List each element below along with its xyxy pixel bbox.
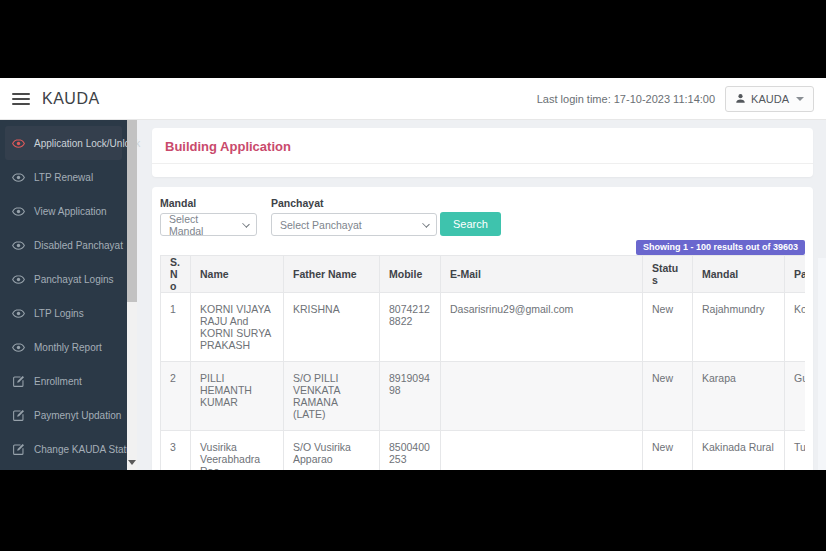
- scrollbar-thumb[interactable]: [127, 120, 137, 302]
- panchayat-label: Panchayat: [271, 197, 437, 209]
- search-button[interactable]: Search: [440, 212, 501, 236]
- sidebar-item-label: Change KAUDA Status: [34, 444, 137, 455]
- cell-panchayat: Kol: [785, 293, 806, 362]
- sidebar-item-change-kauda-status[interactable]: Change KAUDA Status: [5, 432, 122, 466]
- cell-name: KORNI VIJAYA RAJU And KORNI SURYA PRAKAS…: [191, 293, 284, 362]
- main-content: Building Application Mandal Select Manda…: [137, 120, 826, 470]
- col-sno: S.No: [161, 256, 191, 293]
- cell-mobile: 80742128822: [380, 293, 441, 362]
- page-title: Building Application: [152, 128, 813, 163]
- col-father-name: Father Name: [284, 256, 380, 293]
- chevron-down-icon: [242, 220, 250, 228]
- cell-sno: 2: [161, 362, 191, 431]
- cell-mandal: Rajahmundry: [693, 293, 785, 362]
- mandal-label: Mandal: [160, 197, 257, 209]
- panchayat-select[interactable]: Select Panchayat: [271, 213, 437, 236]
- app-window: KAUDA Last login time: 17-10-2023 11:14:…: [0, 78, 826, 470]
- results-badge-row: Showing 1 - 100 results out of 39603: [160, 236, 805, 251]
- col-email: E-Mail: [441, 256, 643, 293]
- sidebar-item-enrollment[interactable]: Enrollment: [5, 364, 122, 398]
- table-row: 3 Vusirika Veerabhadra Rao S/O Vusirika …: [161, 431, 806, 471]
- eye-icon: [12, 171, 25, 184]
- sidebar-item-label: Panchayat Logins: [34, 274, 114, 285]
- panchayat-select-value: Select Panchayat: [280, 219, 362, 231]
- col-mobile: Mobile: [380, 256, 441, 293]
- cell-mobile: 891909498: [380, 362, 441, 431]
- cell-panchayat: Tur: [785, 431, 806, 471]
- cell-sno: 3: [161, 431, 191, 471]
- sidebar-item-label: Monthly Report: [34, 342, 102, 353]
- table-row: 1 KORNI VIJAYA RAJU And KORNI SURYA PRAK…: [161, 293, 806, 362]
- edit-icon: [12, 409, 25, 422]
- sidebar-item-label: Paymenyt Updation: [34, 410, 121, 421]
- sidebar-item-ltp-logins[interactable]: LTP Logins: [5, 296, 122, 330]
- sidebar: Application Lock/Unlock LTP Renewal View…: [0, 120, 127, 470]
- cell-email: [441, 362, 643, 431]
- results-card: Mandal Select Mandal Panchayat Select Pa…: [152, 187, 813, 470]
- sidebar-item-label: Disabled Panchayat: [34, 240, 123, 251]
- results-table-wrap: S.No Name Father Name Mobile E-Mail Stat…: [160, 255, 805, 470]
- cell-status: New: [643, 293, 693, 362]
- sidebar-item-paymenyt-updation[interactable]: Paymenyt Updation: [5, 398, 122, 432]
- cell-email: [441, 431, 643, 471]
- sidebar-item-panchayat-logins[interactable]: Panchayat Logins: [5, 262, 122, 296]
- cell-panchayat: Gur: [785, 362, 806, 431]
- sidebar-item-label: LTP Logins: [34, 308, 84, 319]
- table-row: 2 PILLI HEMANTH KUMAR S/O PILLI VENKATA …: [161, 362, 806, 431]
- col-name: Name: [191, 256, 284, 293]
- header-right: Last login time: 17-10-2023 11:14:00 KAU…: [537, 86, 814, 112]
- sidebar-item-label: Application Lock/Unlock: [34, 138, 140, 149]
- col-mandal: Mandal: [693, 256, 785, 293]
- results-count-badge: Showing 1 - 100 results out of 39603: [636, 240, 805, 255]
- col-status: Status: [643, 256, 693, 293]
- table-header-row: S.No Name Father Name Mobile E-Mail Stat…: [161, 256, 806, 293]
- col-panchayat: Pan: [785, 256, 806, 293]
- brand-title: KAUDA: [42, 90, 100, 108]
- results-table: S.No Name Father Name Mobile E-Mail Stat…: [160, 255, 805, 470]
- page-title-card: Building Application: [152, 128, 813, 177]
- top-header: KAUDA Last login time: 17-10-2023 11:14:…: [0, 78, 826, 120]
- eye-icon: [12, 205, 25, 218]
- cell-father-name: S/O Vusirika Apparao: [284, 431, 380, 471]
- sidebar-item-label: View Application: [34, 206, 107, 217]
- cell-name: PILLI HEMANTH KUMAR: [191, 362, 284, 431]
- user-menu-button[interactable]: KAUDA: [725, 86, 814, 112]
- panchayat-filter: Panchayat Select Panchayat: [271, 197, 437, 236]
- mandal-filter: Mandal Select Mandal: [160, 197, 257, 236]
- sidebar-item-monthly-report[interactable]: Monthly Report: [5, 330, 122, 364]
- screen: KAUDA Last login time: 17-10-2023 11:14:…: [0, 0, 826, 551]
- edit-icon: [12, 443, 25, 456]
- chevron-down-icon: [422, 220, 430, 228]
- user-menu-label: KAUDA: [751, 93, 789, 105]
- eye-icon: [12, 239, 25, 252]
- sidebar-item-disabled-panchayat[interactable]: Disabled Panchayat: [5, 228, 122, 262]
- cell-email: Dasarisrinu29@gmail.com: [441, 293, 643, 362]
- mandal-select[interactable]: Select Mandal: [160, 213, 257, 236]
- sidebar-scrollbar[interactable]: [127, 120, 137, 470]
- cell-father-name: S/O PILLI VENKATA RAMANA (LATE): [284, 362, 380, 431]
- edit-icon: [12, 375, 25, 388]
- sidebar-item-application-lock-unlock[interactable]: Application Lock/Unlock: [5, 126, 122, 160]
- cell-mandal: Kakinada Rural: [693, 431, 785, 471]
- menu-toggle-icon[interactable]: [12, 93, 30, 105]
- eye-icon: [12, 137, 25, 150]
- chevron-down-icon: [796, 97, 804, 101]
- scroll-down-arrow-icon[interactable]: [128, 460, 136, 465]
- eye-icon: [12, 273, 25, 286]
- page-scrollbar[interactable]: [818, 258, 826, 470]
- cell-status: New: [643, 362, 693, 431]
- cell-mobile: 8500400253: [380, 431, 441, 471]
- mandal-select-value: Select Mandal: [169, 213, 234, 237]
- cell-name: Vusirika Veerabhadra Rao: [191, 431, 284, 471]
- eye-icon: [12, 307, 25, 320]
- cell-status: New: [643, 431, 693, 471]
- cell-sno: 1: [161, 293, 191, 362]
- last-login-text: Last login time: 17-10-2023 11:14:00: [537, 93, 715, 105]
- eye-icon: [12, 341, 25, 354]
- filter-bar: Mandal Select Mandal Panchayat Select Pa…: [160, 197, 805, 236]
- sidebar-item-label: LTP Renewal: [34, 172, 93, 183]
- sidebar-item-view-application[interactable]: View Application: [5, 194, 122, 228]
- user-icon: [735, 93, 746, 104]
- cell-father-name: KRISHNA: [284, 293, 380, 362]
- sidebar-item-ltp-renewal[interactable]: LTP Renewal: [5, 160, 122, 194]
